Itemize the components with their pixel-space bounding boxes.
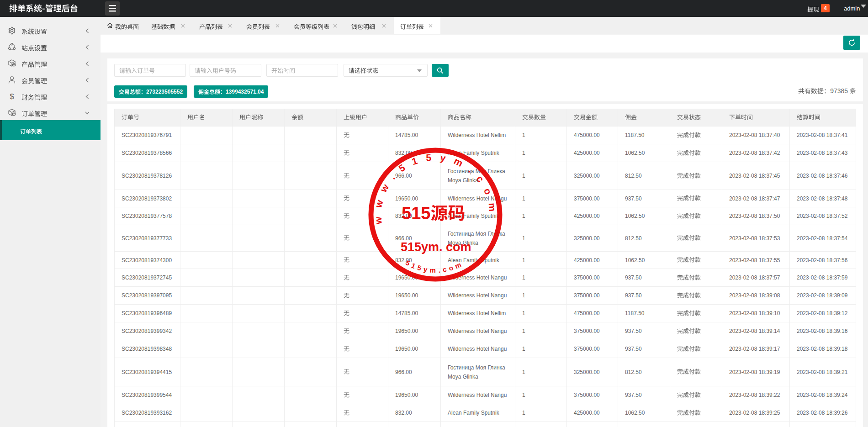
svg-text:www.515ym.com: www.515ym.com bbox=[373, 152, 498, 225]
svg-text:$: $ bbox=[10, 92, 14, 100]
svg-text:515ym. com: 515ym. com bbox=[401, 240, 471, 254]
svg-text:515: 515 bbox=[402, 204, 430, 223]
svg-text:515ym.com: 515ym.com bbox=[404, 258, 465, 274]
